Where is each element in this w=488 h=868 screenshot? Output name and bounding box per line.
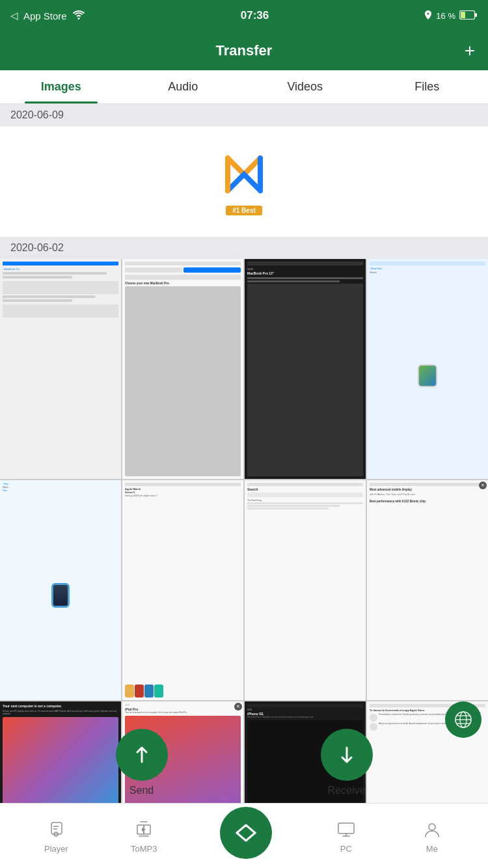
tomp3-icon <box>132 818 156 841</box>
me-icon <box>420 818 444 841</box>
fab-container: Send Receive <box>0 729 488 796</box>
send-label: Send <box>129 785 154 796</box>
player-icon <box>44 818 68 841</box>
nav-me[interactable]: Me <box>420 818 444 854</box>
send-circle <box>116 729 168 781</box>
grid-item[interactable]: ‹ Shop Filter Watch <box>367 259 488 479</box>
grid-item[interactable]: Choose your new MacBook Pro. <box>122 259 243 479</box>
date-header-1: 2020-06-09 <box>0 104 488 126</box>
globe-button[interactable] <box>445 701 481 738</box>
single-image-section: #1 Best <box>0 126 488 237</box>
battery-icon <box>459 10 478 21</box>
grid-item[interactable]: Most advanced mobile display with ProMot… <box>367 480 488 700</box>
scroll-area[interactable]: 2020-06-09 #1 Best 2020-06-02 ‹ MacBook … <box>0 104 488 803</box>
tab-videos[interactable]: Videos <box>244 70 366 103</box>
grid-item[interactable]: NEW MacBook Pro 13" <box>245 259 366 479</box>
app-icon-container: #1 Best <box>218 148 270 215</box>
tab-bar: Images Audio Videos Files <box>0 70 488 104</box>
grid-item[interactable]: Search Try Searching <box>245 480 366 700</box>
receive-circle <box>321 729 373 781</box>
page-title: Transfer <box>216 42 273 59</box>
image-grid: ‹ MacBook Pro Choose your new MacBook Pr… <box>0 259 488 803</box>
transfer-center-button[interactable] <box>220 807 272 859</box>
grid-item[interactable]: Apple WatchSeries 5 Starting at $249 wit… <box>122 480 243 700</box>
svg-rect-14 <box>338 823 354 834</box>
tomp3-label: ToMP3 <box>131 844 157 854</box>
grid-item[interactable]: ‹ Shop Watch Filter <box>0 480 121 700</box>
best-badge: #1 Best <box>226 206 262 215</box>
status-left: ◁ App Store <box>10 10 85 21</box>
receive-label: Receive <box>328 785 366 796</box>
app-logo-icon <box>218 148 270 200</box>
location-icon <box>424 10 432 21</box>
app-store-label: App Store <box>23 10 67 21</box>
tab-audio[interactable]: Audio <box>122 70 245 103</box>
header: Transfer + <box>0 31 488 70</box>
status-bar: ◁ App Store 07:36 16 % <box>0 0 488 31</box>
tab-images[interactable]: Images <box>0 70 122 103</box>
nav-pc[interactable]: PC <box>334 818 358 854</box>
receive-fab-button[interactable]: Receive <box>321 729 373 796</box>
pc-icon <box>334 818 358 841</box>
send-fab-button[interactable]: Send <box>116 729 168 796</box>
pc-label: PC <box>340 844 352 854</box>
tab-files[interactable]: Files <box>366 70 489 103</box>
bottom-nav: Player ToMP3 PC <box>0 803 488 868</box>
player-label: Player <box>44 844 68 854</box>
svg-rect-2 <box>475 13 477 17</box>
svg-rect-1 <box>461 12 465 18</box>
wifi-icon <box>72 10 85 21</box>
status-time: 07:36 <box>241 9 269 22</box>
back-arrow-icon: ◁ <box>10 10 18 21</box>
grid-item[interactable]: ‹ MacBook Pro <box>0 259 121 479</box>
status-right: 16 % <box>424 10 478 21</box>
nav-tomp3[interactable]: ToMP3 <box>131 818 157 854</box>
me-label: Me <box>426 844 438 854</box>
svg-point-15 <box>429 824 435 830</box>
nav-player[interactable]: Player <box>44 818 68 854</box>
date-header-2: 2020-06-02 <box>0 237 488 259</box>
battery-percent: 16 % <box>436 11 455 21</box>
add-button[interactable]: + <box>465 40 475 61</box>
